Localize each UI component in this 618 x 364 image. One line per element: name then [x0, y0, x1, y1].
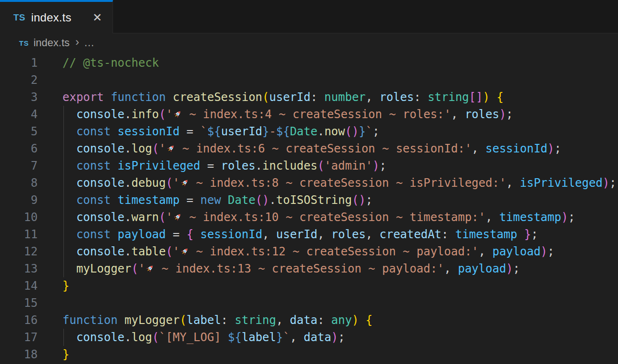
line-number[interactable]: 6 [0, 140, 38, 157]
token: , [444, 262, 458, 275]
line-content[interactable]: const timestamp = new Date().toISOString… [62, 192, 372, 209]
token [62, 159, 76, 172]
code-line[interactable]: 17 console.log(`[MY_LOG] ${label}`, data… [0, 329, 618, 346]
token: ~ index.ts:8 ~ createSession ~ isPrivile… [189, 176, 506, 190]
token: ; [506, 108, 513, 121]
code-line[interactable]: 18} [0, 346, 618, 363]
code-line[interactable]: 5 const sessionId = `${userId}-${Date.no… [0, 123, 618, 140]
breadcrumb-symbol-ellipsis[interactable]: … [84, 37, 95, 49]
token: : [318, 313, 331, 327]
line-number[interactable]: 3 [0, 89, 38, 106]
token: ( [159, 211, 165, 224]
token: const [76, 193, 111, 207]
token: ~ index.ts:13 ~ createSession ~ payload:… [154, 262, 444, 275]
line-number[interactable]: 12 [0, 243, 38, 260]
token [62, 245, 76, 258]
code-line[interactable]: 11 const payload = { sessionId, userId, … [0, 226, 618, 243]
line-content[interactable]: myLogger(' ~ index.ts:13 ~ createSession… [62, 260, 520, 277]
line-number[interactable]: 7 [0, 157, 38, 174]
line-number[interactable]: 8 [0, 174, 38, 192]
tab-title: index.ts [31, 11, 71, 24]
token: createSession [173, 91, 262, 104]
token: timestamp [118, 193, 180, 207]
code-line[interactable]: 6 console.log(' ~ index.ts:6 ~ createSes… [0, 140, 618, 157]
code-line[interactable]: 7 const isPrivileged = roles.includes('a… [0, 157, 618, 174]
line-content[interactable]: console.info(' ~ index.ts:4 ~ createSess… [62, 106, 513, 123]
token [62, 262, 76, 275]
token: } [276, 331, 283, 344]
token: ${ [276, 125, 290, 138]
code-line[interactable]: 4 console.info(' ~ index.ts:4 ~ createSe… [0, 106, 618, 123]
line-number[interactable]: 11 [0, 226, 38, 243]
line-content[interactable]: console.table(' ~ index.ts:12 ~ createSe… [62, 243, 555, 260]
code-line[interactable]: 8 console.debug(' ~ index.ts:8 ~ createS… [0, 174, 618, 192]
line-content[interactable]: console.log(`[MY_LOG] ${label}`, data); [62, 329, 345, 346]
token: // @ts-nocheck [62, 56, 159, 70]
token: function [62, 313, 118, 327]
token: log [132, 331, 152, 344]
line-content[interactable]: } [62, 346, 69, 363]
token: label [242, 331, 276, 344]
line-content[interactable]: function myLogger(label: string, data: a… [62, 312, 372, 329]
token [111, 228, 117, 241]
breadcrumb-file[interactable]: index.ts [33, 37, 70, 49]
tab-index-ts[interactable]: TS index.ts ✕ [0, 0, 113, 33]
token: const [76, 228, 111, 241]
code-line[interactable]: 3export function createSession(userId: n… [0, 89, 618, 106]
line-number[interactable]: 14 [0, 277, 38, 294]
token: ' [166, 211, 173, 224]
token: info [132, 108, 159, 121]
close-tab-icon[interactable]: ✕ [91, 10, 104, 25]
code-area: 1// @ts-nocheck23export function createS… [0, 54, 618, 363]
line-content[interactable]: } [62, 277, 69, 294]
code-line[interactable]: 2 [0, 71, 618, 89]
code-line[interactable]: 9 const timestamp = new Date().toISOStri… [0, 192, 618, 209]
code-line[interactable]: 12 console.table(' ~ index.ts:12 ~ creat… [0, 243, 618, 260]
token: : [310, 91, 324, 104]
code-line[interactable]: 1// @ts-nocheck [0, 54, 618, 71]
rocket-emoji-icon [173, 212, 182, 223]
code-line[interactable]: 13 myLogger(' ~ index.ts:13 ~ createSess… [0, 260, 618, 277]
line-content[interactable]: console.warn(' ~ index.ts:10 ~ createSes… [62, 209, 575, 226]
line-content[interactable]: const sessionId = `${userId}-${Date.now(… [62, 123, 380, 140]
token: myLogger [124, 313, 180, 327]
token: isPrivileged [118, 159, 200, 172]
line-number[interactable]: 16 [0, 312, 38, 329]
token: table [132, 245, 166, 258]
token: ~ index.ts:10 ~ createSession ~ timestam… [182, 211, 485, 224]
code-line[interactable]: 15 [0, 294, 618, 312]
token: warn [132, 211, 159, 224]
code-line[interactable]: 16function myLogger(label: string, data:… [0, 312, 618, 329]
line-number[interactable]: 13 [0, 260, 38, 277]
line-number[interactable]: 15 [0, 294, 38, 312]
token: } [62, 348, 69, 361]
code-line[interactable]: 10 console.warn(' ~ index.ts:10 ~ create… [0, 209, 618, 226]
line-content[interactable]: const isPrivileged = roles.includes('adm… [62, 157, 386, 174]
line-number[interactable]: 10 [0, 209, 38, 226]
line-content[interactable]: const payload = { sessionId, userId, rol… [62, 226, 538, 243]
token: ' [166, 108, 173, 121]
line-number[interactable]: 9 [0, 192, 38, 209]
line-number[interactable]: 17 [0, 329, 38, 346]
line-number[interactable]: 1 [0, 54, 38, 71]
indent-guide [63, 260, 64, 277]
token: console [76, 142, 124, 155]
token: roles [331, 228, 366, 241]
line-number[interactable]: 5 [0, 123, 38, 140]
token [62, 331, 76, 344]
code-editor[interactable]: 1// @ts-nocheck23export function createS… [0, 52, 618, 363]
line-number[interactable]: 18 [0, 346, 38, 363]
line-content[interactable]: // @ts-nocheck [62, 54, 159, 71]
token: console [76, 108, 124, 121]
code-line[interactable]: 14} [0, 277, 618, 294]
token [118, 313, 124, 327]
line-content[interactable]: console.debug(' ~ index.ts:8 ~ createSes… [62, 174, 617, 192]
token: now [324, 125, 345, 138]
token: userId [276, 228, 318, 241]
token: } [62, 279, 69, 293]
token [166, 91, 173, 104]
line-number[interactable]: 2 [0, 71, 38, 89]
line-number[interactable]: 4 [0, 106, 38, 123]
line-content[interactable]: console.log(' ~ index.ts:6 ~ createSessi… [62, 140, 561, 157]
line-content[interactable]: export function createSession(userId: nu… [62, 89, 504, 106]
